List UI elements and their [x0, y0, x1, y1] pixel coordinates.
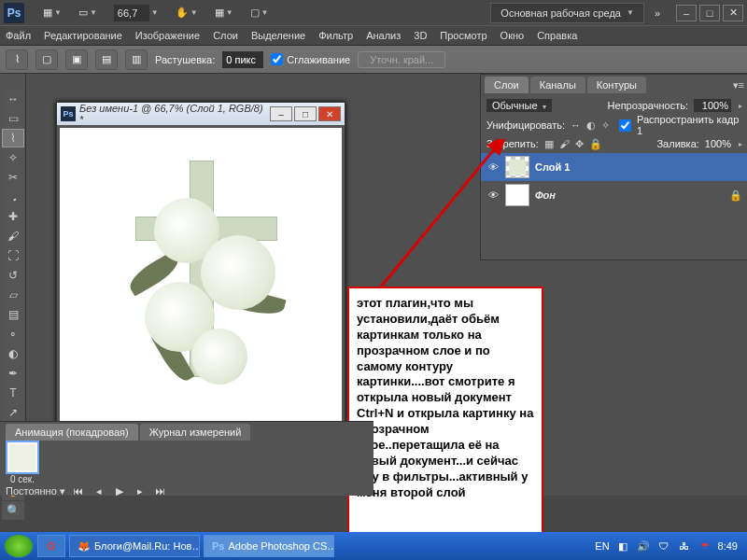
tray-avira-icon[interactable]: ☂ — [698, 539, 712, 553]
tab-paths[interactable]: Контуры — [587, 77, 646, 93]
feather-input[interactable]: 0 пикс — [222, 51, 263, 68]
close-icon[interactable]: ✕ — [723, 5, 743, 21]
menu-view[interactable]: Просмотр — [440, 30, 486, 41]
refine-edge-button[interactable]: Уточн. край... — [358, 51, 445, 68]
selection-subtract-icon[interactable]: ▤ — [95, 49, 118, 70]
tab-layers[interactable]: Слои — [485, 77, 529, 93]
menu-select[interactable]: Выделение — [251, 30, 305, 41]
panel-menu-icon[interactable]: ▾≡ — [733, 79, 744, 91]
fill-input[interactable]: 100% — [705, 138, 731, 149]
menu-edit[interactable]: Редактирование — [44, 30, 122, 41]
tray-shield-icon[interactable]: 🛡 — [656, 539, 671, 553]
dodge-tool-icon[interactable]: ◐ — [2, 344, 24, 363]
healing-tool-icon[interactable]: ✚ — [2, 207, 24, 226]
crop-tool-icon[interactable]: ✂ — [2, 168, 24, 187]
selection-new-icon[interactable]: ▢ — [35, 49, 58, 70]
blend-mode-select[interactable]: Обычные ▾ — [486, 99, 552, 112]
layer-thumbnail[interactable] — [505, 184, 529, 206]
menu-filter[interactable]: Фильтр — [318, 30, 353, 41]
frame-duration[interactable]: 0 сек. — [10, 474, 35, 484]
layer-row-1[interactable]: 👁 Слой 1 — [481, 153, 747, 181]
tray-icon[interactable]: ◧ — [615, 539, 630, 553]
language-indicator[interactable]: EN — [595, 540, 609, 552]
wand-tool-icon[interactable]: ✧ — [2, 148, 24, 167]
taskbar-item-photoshop[interactable]: PsAdobe Photoshop CS… — [204, 535, 334, 557]
zoom-level[interactable]: 66,7▼ — [107, 4, 165, 22]
lock-pixels-icon[interactable]: 🖌 — [559, 138, 570, 149]
maximize-icon[interactable]: □ — [699, 5, 720, 21]
taskbar-item-browser[interactable]: 🦊Блоги@Mail.Ru: Нов… — [69, 535, 200, 557]
layer-name[interactable]: Фон — [535, 189, 556, 201]
unify-position-icon[interactable]: ↔ — [571, 119, 581, 131]
propagate-frame-checkbox[interactable]: Распространить кадр 1 — [615, 114, 742, 136]
animation-frame-1[interactable] — [6, 441, 39, 474]
menu-analysis[interactable]: Анализ — [366, 30, 401, 41]
extras-icon[interactable]: ▭▼ — [72, 4, 104, 22]
workspace-switcher[interactable]: Основная рабочая среда▼ — [490, 3, 644, 23]
pen-tool-icon[interactable]: ✒ — [2, 364, 24, 383]
opacity-input[interactable]: 100% — [694, 99, 731, 112]
menu-image[interactable]: Изображение — [135, 30, 200, 41]
layer-visibility-icon[interactable]: 👁 — [486, 189, 500, 202]
lock-position-icon[interactable]: ✥ — [575, 138, 584, 150]
layer-row-bg[interactable]: 👁 Фон 🔒 — [481, 181, 747, 209]
first-frame-icon[interactable]: ⏮ — [71, 485, 86, 497]
eyedropper-tool-icon[interactable]: 𝅘 — [2, 188, 24, 206]
hand-icon[interactable]: ✋▼ — [169, 4, 204, 22]
system-clock[interactable]: 8:49 — [718, 540, 738, 552]
unify-visibility-icon[interactable]: ◐ — [586, 119, 596, 132]
layer-name[interactable]: Слой 1 — [535, 161, 570, 173]
menu-help[interactable]: Справка — [537, 30, 577, 41]
expand-panels-icon[interactable]: » — [648, 4, 667, 22]
lock-transparency-icon[interactable]: ▦ — [544, 138, 554, 150]
document-title: Без имени-1 @ 66,7% (Слой 1, RGB/8) * — [79, 103, 266, 125]
lasso-tool-icon[interactable]: ⌇ — [2, 129, 24, 147]
type-tool-icon[interactable]: T — [2, 384, 24, 402]
minimize-icon[interactable]: – — [676, 5, 697, 21]
prev-frame-icon[interactable]: ◂ — [92, 485, 106, 497]
last-frame-icon[interactable]: ⏭ — [153, 485, 168, 497]
selection-add-icon[interactable]: ▣ — [65, 49, 88, 70]
blur-tool-icon[interactable]: ∘ — [2, 325, 24, 343]
tab-channels[interactable]: Каналы — [530, 77, 585, 93]
path-tool-icon[interactable]: ↗ — [2, 403, 24, 422]
fill-flyout-icon[interactable]: ▸ — [739, 140, 742, 148]
opacity-flyout-icon[interactable]: ▸ — [739, 102, 742, 110]
menu-3d[interactable]: 3D — [414, 30, 427, 41]
next-frame-icon[interactable]: ▸ — [133, 485, 148, 497]
tab-animation[interactable]: Анимация (покадровая) — [6, 424, 138, 441]
document-titlebar[interactable]: Ps Без имени-1 @ 66,7% (Слой 1, RGB/8) *… — [57, 103, 345, 125]
layer-thumbnail[interactable] — [505, 156, 529, 178]
arrange-icon[interactable]: ▦▼ — [208, 4, 240, 22]
taskbar-opera-icon[interactable]: O — [37, 535, 65, 557]
move-tool-icon[interactable]: ↔ — [2, 90, 24, 108]
doc-maximize-icon[interactable]: □ — [294, 106, 317, 121]
loop-select[interactable]: Постоянно ▾ — [6, 485, 65, 497]
gradient-tool-icon[interactable]: ▤ — [2, 305, 24, 324]
unify-style-icon[interactable]: ✧ — [601, 119, 610, 132]
tab-measurement-log[interactable]: Журнал измерений — [140, 424, 251, 441]
eraser-tool-icon[interactable]: ▱ — [2, 286, 24, 304]
doc-minimize-icon[interactable]: – — [270, 106, 292, 121]
layer-visibility-icon[interactable]: 👁 — [486, 161, 500, 174]
menu-window[interactable]: Окно — [500, 30, 525, 41]
tray-network-icon[interactable]: 🖧 — [677, 539, 692, 553]
screenmode-icon[interactable]: ▢▼ — [244, 4, 275, 22]
lock-all-icon[interactable]: 🔒 — [589, 138, 602, 150]
zoom-tool-icon[interactable]: 🔍 — [2, 501, 24, 520]
bridge-icon[interactable]: ▦▼ — [36, 4, 68, 22]
lasso-tool-icon[interactable]: ⌇ — [6, 49, 28, 70]
doc-close-icon[interactable]: ✕ — [318, 106, 341, 121]
start-button[interactable] — [4, 534, 34, 558]
selection-intersect-icon[interactable]: ▥ — [125, 49, 148, 70]
antialias-checkbox[interactable]: Сглаживание — [271, 53, 350, 65]
history-brush-icon[interactable]: ↺ — [2, 266, 24, 285]
brush-tool-icon[interactable]: 🖌 — [2, 227, 24, 245]
document-canvas[interactable] — [60, 128, 342, 427]
menu-file[interactable]: Файл — [6, 30, 31, 41]
stamp-tool-icon[interactable]: ⛶ — [2, 246, 24, 265]
marquee-tool-icon[interactable]: ▭ — [2, 109, 24, 128]
play-icon[interactable]: ▶ — [112, 485, 127, 497]
menu-layers[interactable]: Слои — [213, 30, 238, 41]
tray-volume-icon[interactable]: 🔊 — [636, 539, 651, 553]
